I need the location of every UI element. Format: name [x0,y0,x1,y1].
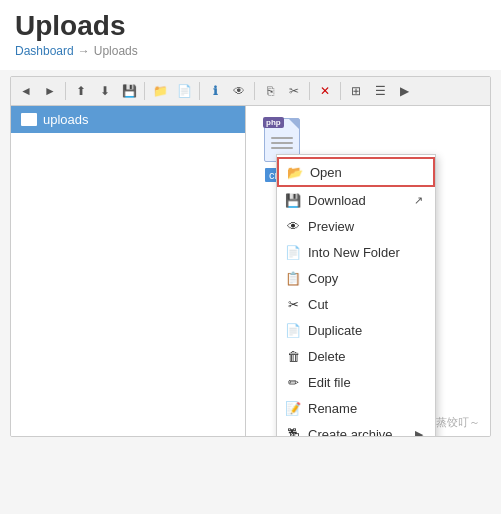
ctx-label-create-archive: Create archive [308,427,408,438]
page-header: Uploads Dashboard → Uploads [0,0,501,70]
breadcrumb-home[interactable]: Dashboard [15,44,74,58]
fm-body: uploads php cmd.p [11,106,490,436]
folder-item-uploads[interactable]: uploads [11,106,245,133]
ctx-item-duplicate[interactable]: 📄 Duplicate [277,317,435,343]
ctx-icon-into-new-folder: 📄 [285,244,301,260]
toolbar-sep-6 [340,82,341,100]
ctx-icon-copy: 📋 [285,270,301,286]
toolbar-sep-5 [309,82,310,100]
ctx-label-open: Open [310,165,421,180]
php-badge: php [263,117,284,128]
file-line-3 [271,147,293,149]
up-button[interactable]: ⬆ [70,80,92,102]
ctx-item-open[interactable]: 📂 Open [277,157,435,187]
ctx-item-preview[interactable]: 👁 Preview [277,213,435,239]
ctx-icon-edit-file: ✏ [285,374,301,390]
ctx-item-into-new-folder[interactable]: 📄 Into New Folder [277,239,435,265]
ctx-icon-create-archive: 🗜 [285,426,301,437]
save-button[interactable]: 💾 [118,80,140,102]
ctx-label-edit-file: Edit file [308,375,423,390]
breadcrumb: Dashboard → Uploads [15,44,486,58]
ctx-arrow-create-archive: ▶ [415,428,423,438]
ctx-label-copy: Copy [308,271,423,286]
ctx-item-download[interactable]: 💾 Download ↗ [277,187,435,213]
grid-view-button[interactable]: ⊞ [345,80,367,102]
more-button[interactable]: ▶ [393,80,415,102]
copy-toolbar-button[interactable]: ⎘ [259,80,281,102]
ctx-icon-delete: 🗑 [285,348,301,364]
file-manager: ◄ ► ⬆ ⬇ 💾 📁 📄 ℹ 👁 ⎘ ✂ ✕ ⊞ ☰ ▶ uploads [10,76,491,437]
folder-icon-uploads [21,113,37,126]
fm-right-panel[interactable]: php cmd.p 📂 Open [246,106,490,436]
file-line-1 [271,137,293,139]
breadcrumb-separator: → [78,44,90,58]
ctx-icon-download: 💾 [285,192,301,208]
toolbar-sep-2 [144,82,145,100]
upload-button[interactable]: ⬇ [94,80,116,102]
ctx-icon-cut: ✂ [285,296,301,312]
ctx-icon-rename: 📝 [285,400,301,416]
view-button[interactable]: 👁 [228,80,250,102]
toolbar-sep-3 [199,82,200,100]
ctx-icon-preview: 👁 [285,218,301,234]
ctx-label-into-new-folder: Into New Folder [308,245,423,260]
ctx-label-preview: Preview [308,219,423,234]
ctx-item-copy[interactable]: 📋 Copy [277,265,435,291]
ctx-label-download: Download [308,193,407,208]
toolbar-sep-1 [65,82,66,100]
toolbar: ◄ ► ⬆ ⬇ 💾 📁 📄 ℹ 👁 ⎘ ✂ ✕ ⊞ ☰ ▶ [11,77,490,106]
breadcrumb-current: Uploads [94,44,138,58]
ctx-icon-duplicate: 📄 [285,322,301,338]
context-menu: 📂 Open 💾 Download ↗ 👁 Preview 📄 Into New… [276,154,436,437]
list-view-button[interactable]: ☰ [369,80,391,102]
ctx-item-cut[interactable]: ✂ Cut [277,291,435,317]
newfile-button[interactable]: 📄 [173,80,195,102]
ctx-item-delete[interactable]: 🗑 Delete [277,343,435,369]
ctx-label-delete: Delete [308,349,423,364]
ctx-label-cut: Cut [308,297,423,312]
folder-label-uploads: uploads [43,112,89,127]
toolbar-sep-4 [254,82,255,100]
ctx-arrow-download: ↗ [414,194,423,207]
ctx-label-rename: Rename [308,401,423,416]
ctx-item-create-archive[interactable]: 🗜 Create archive ▶ [277,421,435,437]
back-button[interactable]: ◄ [15,80,37,102]
forward-button[interactable]: ► [39,80,61,102]
ctx-item-edit-file[interactable]: ✏ Edit file [277,369,435,395]
file-lines [271,137,293,152]
ctx-item-rename[interactable]: 📝 Rename [277,395,435,421]
cut-toolbar-button[interactable]: ✂ [283,80,305,102]
ctx-icon-open: 📂 [287,164,303,180]
newfolder-button[interactable]: 📁 [149,80,171,102]
fm-left-panel: uploads [11,106,246,436]
page-title: Uploads [15,10,486,42]
info-button[interactable]: ℹ [204,80,226,102]
ctx-label-duplicate: Duplicate [308,323,423,338]
file-line-2 [271,142,293,144]
delete-toolbar-button[interactable]: ✕ [314,80,336,102]
